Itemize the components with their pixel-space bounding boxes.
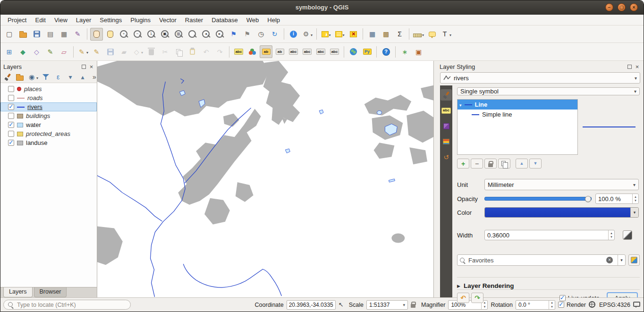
temporal-controller-button[interactable]: ◷ [254,28,267,41]
new-virtual-layer-button[interactable]: ▱ [58,45,70,58]
symbology-tab-button[interactable] [441,89,452,101]
bookmark-new-button[interactable]: ⚑ [227,28,240,41]
data-defined-override-button[interactable] [623,230,632,240]
pan-to-selection-button[interactable] [104,28,117,41]
diagrams-tab-button[interactable] [441,136,452,147]
project-open-button[interactable] [17,28,29,41]
map-refresh-button[interactable]: ↻ [268,28,281,41]
color-dropdown[interactable] [630,208,638,217]
zoom-next-button[interactable] [213,28,226,41]
extents-toggle-icon[interactable] [339,301,346,309]
open-layer-styling-button[interactable] [2,72,13,82]
layer-visibility-checkbox[interactable] [8,86,14,92]
project-new-button[interactable]: ▢ [3,28,16,41]
print-layout-new-button[interactable]: ▤ [44,28,57,41]
menu-web[interactable]: Web [242,16,263,25]
layer-item-roads[interactable]: roads [0,93,97,102]
labels-tab-button[interactable]: abc [441,105,452,116]
manage-map-themes-button[interactable]: ◉ [26,72,39,82]
symbol-search-box[interactable]: Favorites [457,254,626,266]
current-edits-dropdown[interactable] [86,48,88,55]
text-annotation-button[interactable]: T [440,28,452,41]
scale-lock-icon[interactable] [411,304,415,308]
deselect-all-button[interactable] [347,28,360,41]
layer-visibility-checkbox[interactable] [8,104,14,110]
unit-select[interactable]: Millimeter [484,179,639,190]
color-button[interactable] [484,207,639,218]
titlebar[interactable]: symbology - QGIS −▢× [0,0,644,15]
new-shapefile-layer-button[interactable]: ◇ [30,45,43,58]
menu-vector[interactable]: Vector [155,16,181,25]
layer-item-rivers[interactable]: rivers [0,102,97,111]
menu-view[interactable]: View [50,16,72,25]
feature-actions-button[interactable]: ⚙ [301,28,314,41]
zoom-full-button[interactable] [159,28,171,41]
close-panel-icon[interactable] [89,64,94,69]
select-features-dropdown[interactable] [329,31,331,38]
add-group-button[interactable] [14,72,25,82]
move-label-button[interactable]: abc [301,45,314,58]
move-symbol-up-button[interactable]: ▲ [516,159,528,169]
attribute-table-button[interactable]: ▦ [366,28,379,41]
view-3d-tab-button[interactable] [441,120,452,132]
symbol-tree-item-line[interactable]: Line [458,100,577,110]
rotate-label-button[interactable]: abc [314,45,327,58]
add-geopackage-layer-button[interactable]: ◆ [17,45,29,58]
pan-map-button[interactable] [90,28,103,41]
symbol-type-select[interactable]: Single symbol [457,87,640,95]
data-source-manager-button[interactable]: ⊞ [3,45,16,58]
style-manager-button[interactable] [628,254,640,266]
spinbox-arrows[interactable] [549,301,555,309]
metasearch-button[interactable] [347,45,360,58]
field-calculator-button[interactable]: ▩ [380,28,392,41]
add-symbol-layer-button[interactable]: + [457,159,469,169]
crs-icon[interactable] [589,301,595,308]
checkbox-icon[interactable] [559,295,566,301]
expand-all-button[interactable]: ▾ [65,72,76,82]
highlight-pinned-labels-button[interactable]: abc [287,45,300,58]
minimize-button[interactable]: − [605,3,613,11]
expander-icon[interactable] [459,101,462,108]
close-button[interactable]: × [630,3,638,11]
identify-features-button[interactable] [287,28,300,41]
layer-visibility-checkbox[interactable] [8,131,14,137]
lock-symbol-layer-button[interactable] [484,159,497,169]
opacity-slider[interactable] [484,194,592,203]
layer-rendering-section[interactable]: Layer Rendering [457,277,640,289]
measure-line-dropdown[interactable] [422,31,424,38]
manage-map-themes-dropdown[interactable] [36,74,38,81]
zoom-to-layer-button[interactable] [186,28,199,41]
toggle-editing-button[interactable]: ✎ [90,45,103,58]
tab-browser[interactable]: Browser [34,287,67,297]
feature-actions-dropdown[interactable] [310,31,313,38]
symbol-group-dropdown[interactable] [618,255,625,265]
opacity-spinbox[interactable]: 100.0 % [595,194,639,204]
vertex-tool-dropdown[interactable] [141,48,143,55]
zoom-out-button[interactable] [131,28,144,41]
coordinate-input[interactable] [287,300,336,310]
spinbox-arrows[interactable] [632,194,638,203]
scale-combobox[interactable]: 1:51337 [366,300,408,310]
locate-bar[interactable] [3,300,131,310]
history-tab-button[interactable]: ↺ [441,152,452,163]
processing-toolbox-button[interactable]: ∗ [398,45,411,58]
style-undo-button[interactable]: ↶ [457,293,469,303]
zoom-to-selection-button[interactable] [172,28,185,41]
opacity-slider-handle[interactable] [585,196,591,202]
layer-item-water[interactable]: water [0,120,97,129]
select-features-button[interactable] [320,28,332,41]
text-annotation-dropdown[interactable] [449,31,451,38]
select-by-value-button[interactable] [333,28,346,41]
menu-layer[interactable]: Layer [72,16,96,25]
zoom-last-button[interactable] [200,28,212,41]
layer-labeling-button[interactable]: abc [232,45,245,58]
styling-layer-select[interactable]: rivers [440,72,640,84]
tab-layers[interactable]: Layers [3,287,33,297]
project-save-button[interactable] [30,28,43,41]
filter-legend-button[interactable] [40,72,51,82]
layer-visibility-checkbox[interactable] [8,140,14,146]
duplicate-symbol-layer-button[interactable] [498,159,510,169]
layer-item-protected_areas[interactable]: protected_areas [0,129,97,138]
layer-visibility-checkbox[interactable] [8,95,14,101]
current-edits-button[interactable]: ✎ [76,45,89,58]
